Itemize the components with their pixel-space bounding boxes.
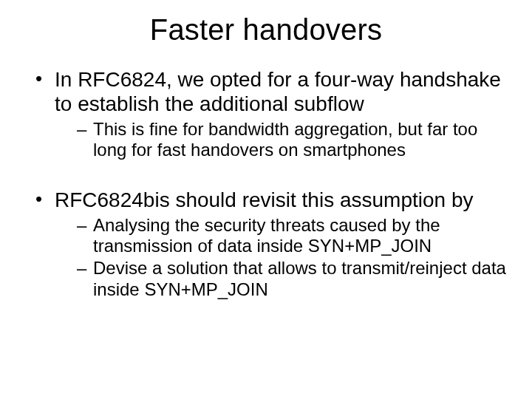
list-item: This is fine for bandwidth aggregation, …: [77, 119, 510, 161]
bullet-text: RFC6824bis should revisit this assumptio…: [55, 188, 473, 211]
bullet-text: In RFC6824, we opted for a four-way hand…: [55, 68, 501, 115]
sub-list: This is fine for bandwidth aggregation, …: [55, 119, 510, 161]
spacer: [22, 166, 510, 188]
slide: Faster handovers In RFC6824, we opted fo…: [0, 0, 532, 399]
list-item: RFC6824bis should revisit this assumptio…: [35, 188, 510, 300]
bullet-text: Analysing the security threats caused by…: [93, 215, 440, 256]
bullet-list: In RFC6824, we opted for a four-way hand…: [22, 67, 510, 161]
bullet-text: This is fine for bandwidth aggregation, …: [93, 119, 477, 160]
bullet-text: Devise a solution that allows to transmi…: [93, 258, 506, 299]
list-item: Analysing the security threats caused by…: [77, 215, 510, 257]
list-item: In RFC6824, we opted for a four-way hand…: [35, 67, 510, 161]
bullet-list: RFC6824bis should revisit this assumptio…: [22, 188, 510, 300]
sub-list: Analysing the security threats caused by…: [55, 215, 510, 300]
list-item: Devise a solution that allows to transmi…: [77, 258, 510, 300]
slide-title: Faster handovers: [22, 13, 510, 47]
